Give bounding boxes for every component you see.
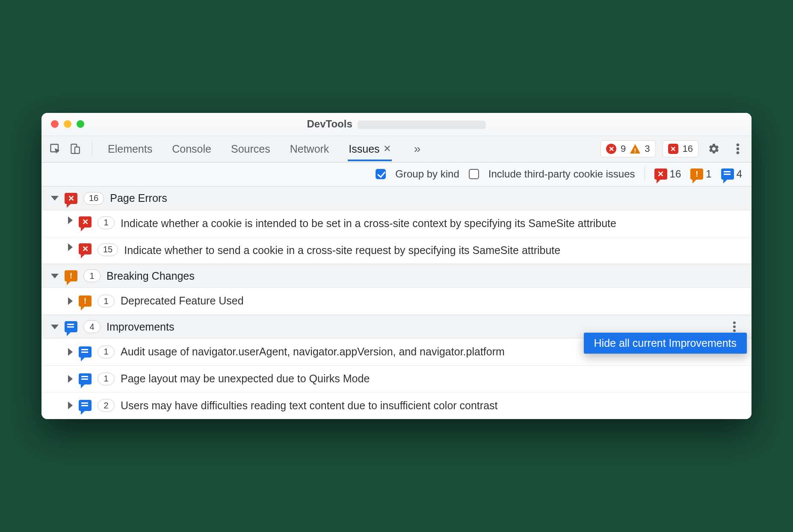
error-speech-icon: ✕ <box>65 193 77 204</box>
error-icon: ✕ <box>668 144 678 154</box>
issue-text: Page layout may be unexpected due to Qui… <box>121 372 370 386</box>
svg-point-5 <box>737 151 740 154</box>
more-tabs-icon[interactable]: » <box>410 142 425 156</box>
svg-point-6 <box>733 322 736 324</box>
count-pill: 1 <box>83 269 101 282</box>
tab-sources[interactable]: Sources <box>230 137 271 161</box>
group-title: Page Errors <box>110 192 167 204</box>
titlebar: DevTools <box>41 113 752 136</box>
info-speech-icon <box>79 346 92 358</box>
tab-network[interactable]: Network <box>289 137 330 161</box>
group-page-errors[interactable]: ✕ 16 Page Errors <box>41 186 752 210</box>
separator <box>92 142 92 156</box>
disclosure-triangle-icon <box>68 402 73 409</box>
disclosure-triangle-icon <box>68 216 73 224</box>
window-title-text: DevTools <box>307 118 352 130</box>
close-tab-icon[interactable]: ✕ <box>383 143 391 154</box>
issue-row[interactable]: ! 1 Deprecated Feature Used <box>41 288 752 315</box>
group-title: Improvements <box>107 321 174 333</box>
third-party-label: Include third-party cookie issues <box>488 168 635 180</box>
count-pill: 1 <box>98 295 115 307</box>
issue-row[interactable]: ✕ 1 Indicate whether a cookie is intende… <box>41 210 752 237</box>
issue-row[interactable]: ✕ 15 Indicate whether to send a cookie i… <box>41 237 752 264</box>
warning-speech-icon: ! <box>79 296 92 307</box>
tab-elements[interactable]: Elements <box>107 137 153 161</box>
window-title-url <box>358 121 486 129</box>
info-speech-icon <box>79 373 92 384</box>
tab-issues[interactable]: Issues ✕ <box>348 137 391 161</box>
error-count: 9 <box>621 143 626 154</box>
count-pill: 15 <box>98 243 118 256</box>
svg-point-3 <box>737 144 740 147</box>
info-speech-icon <box>65 321 77 332</box>
info-speech-icon <box>79 400 92 411</box>
issue-text: Indicate whether a cookie is intended to… <box>121 216 616 231</box>
hide-improvements-menu-item[interactable]: Hide all current Improvements <box>584 333 747 354</box>
third-party-checkbox[interactable] <box>469 169 479 179</box>
info-speech-icon <box>721 168 734 180</box>
svg-point-8 <box>733 329 736 332</box>
more-options-icon[interactable] <box>729 140 746 157</box>
error-icon: ✕ <box>606 144 616 154</box>
device-toolbar-icon[interactable] <box>66 140 83 157</box>
inspect-element-icon[interactable] <box>47 140 64 157</box>
count-pill: 16 <box>83 192 104 205</box>
separator <box>645 167 645 181</box>
issue-text: Audit usage of navigator.userAgent, navi… <box>121 345 505 359</box>
svg-point-4 <box>737 148 740 151</box>
issues-tree: ✕ 16 Page Errors ✕ 1 Indicate whether a … <box>41 186 752 420</box>
count-pill: 4 <box>83 320 101 333</box>
group-by-kind-checkbox[interactable] <box>376 169 386 179</box>
issue-text: Deprecated Feature Used <box>121 294 244 308</box>
svg-rect-2 <box>75 147 80 154</box>
count-pill: 1 <box>98 346 115 358</box>
group-breaking-changes[interactable]: ! 1 Breaking Changes <box>41 264 752 288</box>
warning-speech-icon: ! <box>65 270 77 281</box>
count-pill: 1 <box>98 216 115 229</box>
settings-icon[interactable] <box>705 140 722 157</box>
info-counter[interactable]: 4 <box>721 168 742 180</box>
disclosure-triangle-icon <box>68 243 73 251</box>
disclosure-triangle-icon <box>68 375 73 383</box>
error-speech-icon: ✕ <box>79 216 92 228</box>
disclosure-triangle-icon <box>51 325 59 329</box>
warning-counter[interactable]: ! 1 <box>690 168 711 180</box>
svg-point-7 <box>733 325 736 328</box>
disclosure-triangle-icon <box>51 196 59 201</box>
issue-row[interactable]: 1 Page layout may be unexpected due to Q… <box>41 366 752 393</box>
group-title: Breaking Changes <box>107 270 195 282</box>
warning-speech-icon: ! <box>690 168 703 180</box>
issues-count: 16 <box>683 143 693 154</box>
warning-icon <box>630 144 640 154</box>
context-menu: Hide all current Improvements <box>583 332 747 354</box>
issues-status-badge[interactable]: ✕ 16 <box>663 140 698 157</box>
console-status-badge[interactable]: ✕ 9 3 <box>601 140 656 157</box>
issue-row[interactable]: 2 Users may have difficulties reading te… <box>41 393 752 420</box>
window-title: DevTools <box>41 118 752 130</box>
disclosure-triangle-icon <box>51 274 59 278</box>
issue-text: Indicate whether to send a cookie in a c… <box>124 243 560 258</box>
panel-tabs: Elements Console Sources Network Issues … <box>107 137 425 161</box>
devtools-window: DevTools Elements Console Sources Networ… <box>41 113 752 420</box>
disclosure-triangle-icon <box>68 297 73 305</box>
tabstrip: Elements Console Sources Network Issues … <box>41 136 752 163</box>
issue-text: Users may have difficulties reading text… <box>121 399 497 413</box>
tab-console[interactable]: Console <box>171 137 212 161</box>
group-improvements[interactable]: 4 Improvements Hide all current Improvem… <box>41 315 752 339</box>
warning-count: 3 <box>645 143 650 154</box>
disclosure-triangle-icon <box>68 348 73 356</box>
count-pill: 2 <box>98 399 115 412</box>
issues-toolbar: Group by kind Include third-party cookie… <box>41 163 752 186</box>
error-speech-icon: ✕ <box>79 243 92 254</box>
group-by-kind-label: Group by kind <box>395 168 459 180</box>
count-pill: 1 <box>98 372 115 385</box>
error-counter[interactable]: ✕ 16 <box>654 168 681 180</box>
error-speech-icon: ✕ <box>654 168 667 180</box>
